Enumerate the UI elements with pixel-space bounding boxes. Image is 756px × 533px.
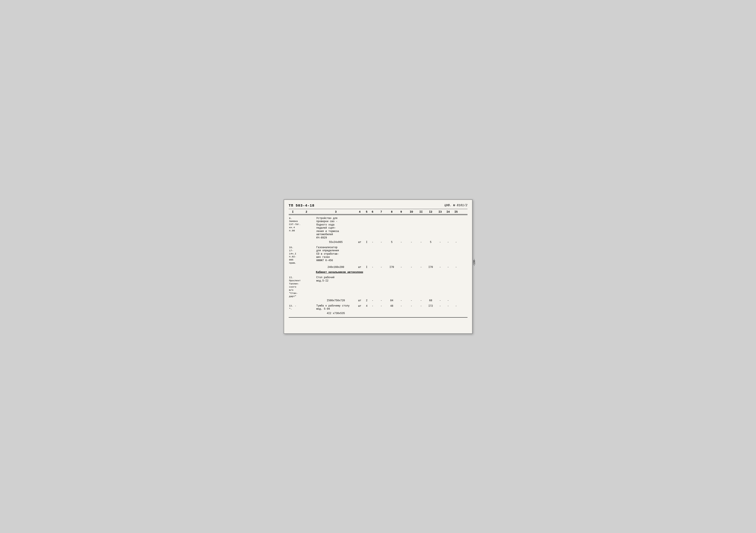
entry-10-c8: I70 (387, 266, 396, 269)
entry-12-col1: I2. -"- (289, 304, 297, 311)
entry-12-c8-inline: 48 (387, 304, 396, 308)
entry-11-c5: 2 (364, 299, 370, 302)
entry-12-c12-inline: I72 (425, 304, 436, 308)
entry-9-c13: - (436, 240, 444, 244)
entry-11-c11: - (417, 299, 425, 302)
entry-10-dim: 240х160х200 (316, 266, 356, 269)
col-hdr-1: I (289, 210, 297, 213)
entry-9-dim: 55х24х865 (316, 240, 356, 244)
entry-10-c6: - (370, 266, 376, 269)
page-inv: ЦНВ. № 8161/2 (445, 204, 467, 207)
entry-10-unit: шт (356, 266, 364, 269)
entry-9-c11: - (417, 240, 425, 244)
entry-10-title: IO. 17-14ч.I п.02-005 прим. Газоанализат… (289, 246, 468, 265)
entry-9-c15: - (452, 240, 460, 244)
entry-11-dim: I500х750х720 (316, 299, 356, 302)
entry-12-dim: 4I2 х730х535 (316, 312, 356, 315)
entry-10-c5: I (364, 266, 370, 269)
entry-12-c9-inline: - (396, 304, 406, 308)
entry-11-c7: - (376, 299, 387, 302)
col-hdr-11: II (417, 210, 425, 213)
entry-9-c14: - (444, 240, 452, 244)
section-label-text: Кабинет начальников автоколонн (316, 271, 363, 274)
document-page: ТП 503-4-18 ЦНВ. № 8161/2 I 2 3 4 5 6 7 … (284, 199, 472, 334)
col-hdr-6: 6 (370, 210, 376, 213)
entry-11-c12: 68 (425, 299, 436, 302)
col-hdr-14: I4 (444, 210, 452, 213)
list-item: II. Проспект Таллин- ского м/о "Стан- да… (289, 276, 468, 302)
entry-12-c7-inline: - (376, 304, 387, 308)
bottom-border (289, 317, 468, 318)
entry-12-c5-inline: 4 (364, 304, 370, 308)
entry-12-c6-inline: - (370, 304, 376, 308)
entry-10-col1: IO. 17-14ч.I п.02-005 прим. (289, 246, 297, 265)
entry-9-c10: - (406, 240, 417, 244)
col-hdr-2: 2 (297, 210, 316, 213)
entry-10-col3: Газоанализатор для определения СО в отра… (316, 246, 356, 263)
entry-9-c8: 5 (387, 240, 396, 244)
entry-12-title: I2. -"- Тумба к рабочему столу мод. 5-94… (289, 304, 468, 311)
entry-10-dim-row: 240х160х200 шт I - - I70 - - - I70 - - - (289, 266, 468, 269)
entry-11-col1: II. Проспект Таллин- ского м/о "Стан- да… (289, 276, 297, 298)
col-hdr-4: 4 (356, 210, 364, 213)
entry-9-col3: Устройство для проверки сво - бодного хо… (316, 217, 356, 240)
list-item: IO. 17-14ч.I п.02-005 прим. Газоанализат… (289, 246, 468, 274)
col-hdr-5: 5 (364, 210, 370, 213)
entry-9-col1: 9. Заявка СХТ-78г. кн.4 п.98 (289, 217, 297, 233)
page-header: ТП 503-4-18 ЦНВ. № 8161/2 (289, 204, 468, 209)
entry-9-c9: - (396, 240, 406, 244)
entry-10-c15: - (452, 266, 460, 269)
entry-12-c13-inline: - (436, 304, 444, 308)
entry-11-dim-row: I500х750х720 шт 2 - - 84 - - - 68 - - (289, 299, 468, 302)
col-hdr-7: 7 (376, 210, 387, 213)
side-note: -130- (473, 259, 476, 266)
entry-11-c10: - (406, 299, 417, 302)
entry-11-c8: 84 (387, 299, 396, 302)
entry-9-dim-row: 55х24х865 шт I - - 5 - - - 5 - - - (289, 240, 468, 244)
entry-9-c7: - (376, 240, 387, 244)
entry-9-unit: шт (356, 240, 364, 244)
entry-11-unit: шт (356, 299, 364, 302)
entry-11-col3: Стол рабочий мод.5-I2 (316, 276, 356, 283)
entry-12-unit-inline: шт (356, 304, 364, 308)
list-item: I2. -"- Тумба к рабочему столу мод. 5-94… (289, 304, 468, 315)
entry-9-c12: 5 (425, 240, 436, 244)
list-item: 9. Заявка СХТ-78г. кн.4 п.98 Устройство … (289, 217, 468, 244)
col-hdr-12: I2 (425, 210, 436, 213)
entry-12-dim-row: 4I2 х730х535 (289, 312, 468, 315)
entry-10-c7: - (376, 266, 387, 269)
entry-11-c6: - (370, 299, 376, 302)
entry-10-c9: - (396, 266, 406, 269)
entry-9-c5: I (364, 240, 370, 244)
entry-9-c6: - (370, 240, 376, 244)
entry-12-c14-inline: - (444, 304, 452, 308)
entry-9-title: 9. Заявка СХТ-78г. кн.4 п.98 Устройство … (289, 217, 468, 240)
col-hdr-3: 3 (316, 210, 356, 213)
table-body: 9. Заявка СХТ-78г. кн.4 п.98 Устройство … (289, 217, 468, 315)
entry-12-c11-inline: - (417, 304, 425, 308)
entry-10-c10: - (406, 266, 417, 269)
column-headers: I 2 3 4 5 6 7 8 9 IO II I2 I3 I4 I5 (289, 210, 468, 214)
entry-10-c13: - (436, 266, 444, 269)
section-label: Кабинет начальников автоколонн (316, 270, 468, 274)
entry-12-c15-inline: - (452, 304, 460, 308)
col-hdr-10: IO (406, 210, 417, 213)
entry-11-c9: - (396, 299, 406, 302)
entry-11-c15 (452, 300, 460, 301)
col-hdr-8: 8 (387, 210, 396, 213)
col-hdr-9: 9 (396, 210, 406, 213)
page-title: ТП 503-4-18 (289, 204, 314, 208)
entry-12-col3: Тумба к рабочему столу мод. 5-94 (316, 304, 356, 311)
col-hdr-13: I3 (436, 210, 444, 213)
entry-11-c14: - (444, 299, 452, 302)
entry-11-c13: - (436, 299, 444, 302)
entry-10-c11: - (417, 266, 425, 269)
col-hdr-15: I5 (452, 210, 460, 213)
entry-12-c10-inline: - (406, 304, 417, 308)
entry-11-title: II. Проспект Таллин- ского м/о "Стан- да… (289, 276, 468, 298)
entry-10-c14: - (444, 266, 452, 269)
entry-10-c12: I70 (425, 266, 436, 269)
